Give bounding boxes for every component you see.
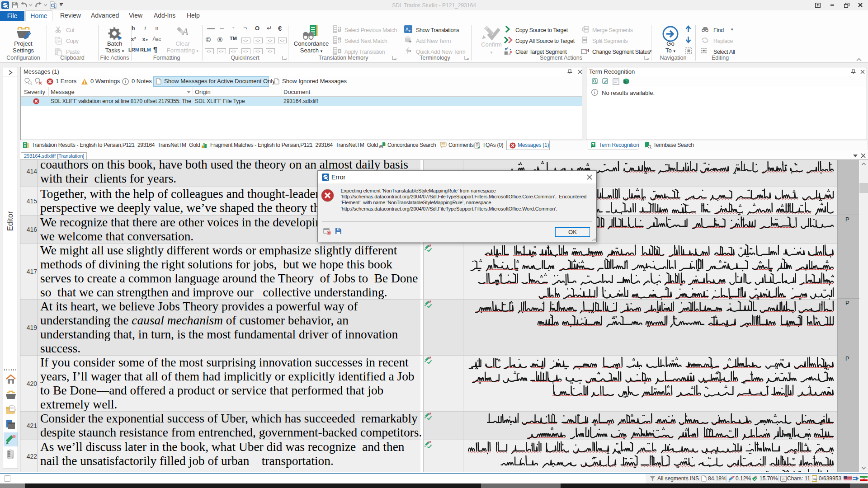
svg-text:A: A	[782, 476, 785, 481]
svg-text:A: A	[406, 27, 409, 32]
svg-text:z: z	[409, 29, 410, 33]
